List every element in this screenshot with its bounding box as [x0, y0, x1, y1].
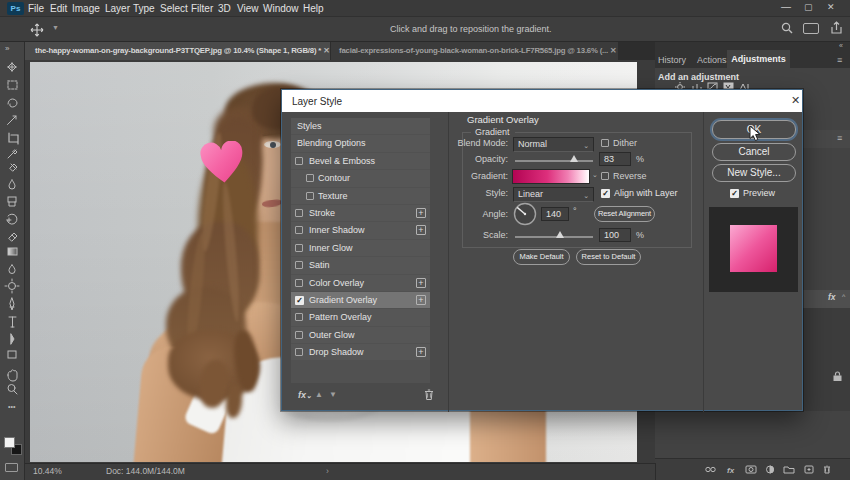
svg-text:fx: fx: [727, 466, 735, 475]
svg-text:•••: •••: [8, 403, 16, 410]
